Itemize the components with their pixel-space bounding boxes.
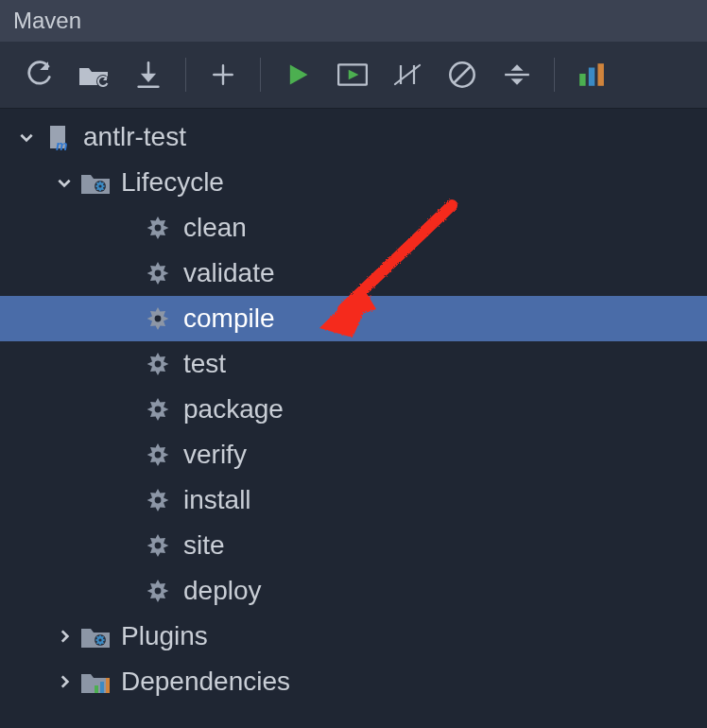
svg-point-19: [98, 638, 101, 641]
lifecycle-label: Lifecycle: [121, 167, 224, 198]
folder-chart-icon: [79, 666, 112, 698]
play-icon: [285, 61, 311, 88]
project-name-label: antlr-test: [83, 122, 186, 152]
tree-plugins-row[interactable]: Plugins: [0, 614, 707, 659]
svg-point-15: [155, 497, 162, 504]
svg-rect-5: [597, 63, 603, 86]
phase-label: test: [183, 349, 226, 379]
lifecycle-phase-deploy[interactable]: deploy: [0, 568, 707, 614]
gear-icon: [142, 575, 174, 607]
maven-toolbar: [0, 42, 707, 109]
toolbar-separator: [185, 58, 186, 92]
skip-icon: [448, 61, 476, 89]
phase-label: package: [183, 394, 284, 425]
maven-project-icon: m: [42, 121, 74, 153]
svg-rect-20: [95, 685, 98, 693]
phase-label: compile: [183, 303, 274, 334]
phase-label: validate: [183, 258, 275, 288]
phase-label: install: [183, 485, 251, 515]
folder-gear-icon: [79, 620, 112, 652]
tree-project-row[interactable]: m antlr-test: [0, 114, 707, 160]
gear-icon: [142, 303, 174, 335]
chevron-right-icon[interactable]: [51, 623, 78, 650]
svg-point-17: [155, 588, 162, 595]
phase-label: site: [183, 530, 225, 561]
svg-point-16: [155, 543, 162, 549]
phase-label: verify: [183, 440, 247, 470]
dependencies-label: Dependencies: [121, 667, 290, 697]
lifecycle-phase-site[interactable]: site: [0, 523, 707, 568]
phase-label: clean: [183, 213, 247, 243]
lifecycle-phase-validate[interactable]: validate: [0, 251, 707, 296]
svg-rect-22: [106, 678, 110, 693]
svg-point-13: [155, 407, 162, 413]
gear-icon: [142, 393, 174, 425]
gear-icon: [142, 439, 174, 471]
folder-refresh-icon: [78, 61, 110, 89]
collapse-icon: [503, 61, 531, 88]
phase-label: deploy: [183, 576, 262, 606]
chevron-down-icon[interactable]: [51, 169, 78, 196]
lifecycle-phase-package[interactable]: package: [0, 387, 707, 432]
panel-title: Maven: [13, 8, 81, 34]
lifecycle-phase-compile[interactable]: compile: [0, 296, 707, 341]
run-configuration-button[interactable]: [325, 52, 380, 97]
plus-icon: [211, 62, 235, 87]
gear-icon: [142, 348, 174, 380]
svg-point-9: [155, 225, 162, 232]
lifecycle-phase-verify[interactable]: verify: [0, 432, 707, 477]
lifecycle-phase-test[interactable]: test: [0, 341, 707, 387]
svg-rect-4: [589, 68, 595, 86]
refresh-icon: [25, 61, 53, 89]
toggle-offline-button[interactable]: [380, 52, 435, 97]
reimport-folder-button[interactable]: [66, 52, 121, 97]
gear-icon: [142, 484, 174, 516]
toolbar-separator: [554, 58, 555, 92]
tree-dependencies-row[interactable]: Dependencies: [0, 659, 707, 704]
svg-text:m: m: [56, 138, 67, 152]
skip-tests-button[interactable]: [435, 52, 490, 97]
panel-title-bar: Maven: [0, 0, 707, 42]
maven-tree: m antlr-test Lifecycle clean validate c: [0, 109, 707, 704]
bars-icon: [578, 61, 606, 88]
svg-point-12: [155, 361, 162, 368]
tree-lifecycle-row[interactable]: Lifecycle: [0, 160, 707, 205]
collapse-all-button[interactable]: [490, 52, 544, 97]
svg-point-11: [155, 316, 162, 322]
toolbar-separator: [260, 58, 261, 92]
offline-icon: [393, 61, 422, 88]
svg-point-10: [155, 270, 162, 277]
chevron-right-icon[interactable]: [51, 668, 78, 695]
lifecycle-phase-clean[interactable]: clean: [0, 205, 707, 251]
chevron-down-icon[interactable]: [13, 124, 40, 150]
gear-icon: [142, 257, 174, 289]
folder-gear-icon: [79, 166, 112, 199]
screen-play-icon: [337, 61, 368, 88]
show-dependencies-button[interactable]: [564, 52, 619, 97]
reload-button[interactable]: [11, 52, 66, 97]
add-project-button[interactable]: [196, 52, 250, 97]
svg-point-14: [155, 452, 162, 459]
svg-rect-21: [100, 682, 104, 693]
svg-rect-3: [579, 74, 585, 86]
gear-icon: [142, 212, 174, 244]
run-button[interactable]: [270, 52, 325, 97]
download-sources-button[interactable]: [121, 52, 176, 97]
svg-point-8: [98, 184, 101, 187]
download-icon: [135, 61, 162, 89]
plugins-label: Plugins: [121, 621, 208, 651]
lifecycle-phase-install[interactable]: install: [0, 477, 707, 523]
gear-icon: [142, 529, 174, 562]
